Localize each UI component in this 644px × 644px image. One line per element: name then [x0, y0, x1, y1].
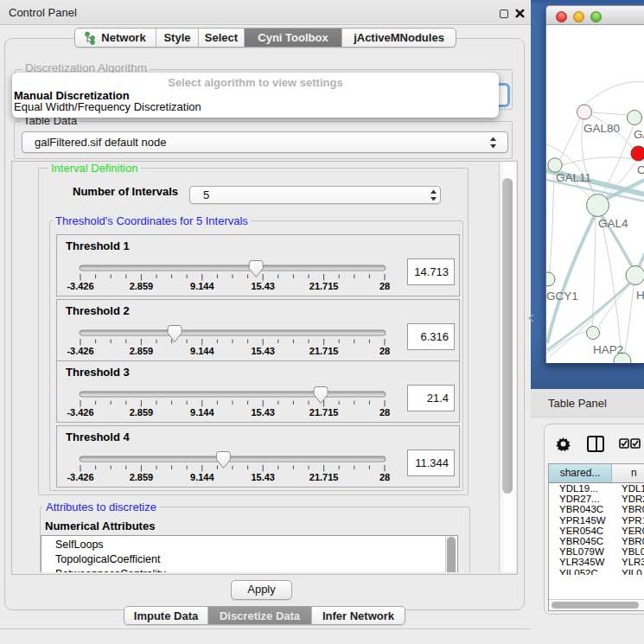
svg-text:15.43: 15.43	[251, 407, 275, 418]
svg-text:-3.426: -3.426	[67, 472, 93, 482]
svg-text:2.859: 2.859	[130, 345, 154, 355]
svg-text:28: 28	[379, 407, 390, 418]
svg-text:2.859: 2.859	[130, 472, 154, 482]
svg-text:28: 28	[379, 472, 390, 482]
svg-text:21.715: 21.715	[309, 407, 339, 418]
svg-text:GAL80: GAL80	[583, 122, 620, 135]
svg-text:9.144: 9.144	[190, 345, 214, 355]
svg-text:9.144: 9.144	[190, 407, 214, 418]
svg-text:28: 28	[379, 281, 390, 291]
svg-text:21.715: 21.715	[309, 281, 339, 291]
svg-text:21.715: 21.715	[309, 472, 339, 482]
svg-text:-3.426: -3.426	[67, 281, 93, 291]
svg-text:15.43: 15.43	[251, 472, 275, 482]
svg-text:2.859: 2.859	[130, 407, 154, 418]
svg-text:C: C	[637, 163, 644, 176]
svg-text:GCY1: GCY1	[546, 290, 578, 303]
svg-text:21.715: 21.715	[309, 345, 339, 355]
svg-text:15.43: 15.43	[251, 345, 275, 355]
svg-text:HAP2: HAP2	[593, 343, 623, 356]
svg-text:9.144: 9.144	[190, 281, 214, 291]
svg-text:GAL4: GAL4	[598, 217, 628, 230]
svg-text:-3.426: -3.426	[67, 345, 93, 355]
svg-text:-3.426: -3.426	[67, 407, 93, 418]
svg-text:H: H	[636, 289, 644, 302]
svg-text:GAL11: GAL11	[556, 171, 591, 184]
svg-text:28: 28	[379, 345, 390, 355]
svg-text:GA: GA	[634, 128, 644, 141]
svg-text:15.43: 15.43	[251, 281, 275, 291]
svg-text:9.144: 9.144	[190, 472, 214, 482]
svg-text:2.859: 2.859	[130, 281, 154, 291]
